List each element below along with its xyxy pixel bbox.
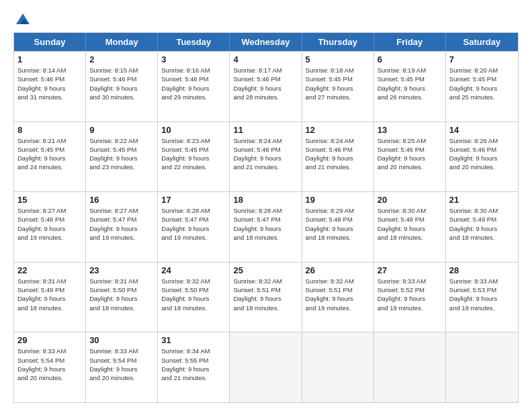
calendar-week-4: 22Sunrise: 8:31 AM Sunset: 5:49 PM Dayli… [14, 262, 518, 332]
calendar-day-18: 18Sunrise: 8:28 AM Sunset: 5:47 PM Dayli… [230, 192, 302, 262]
page: SundayMondayTuesdayWednesdayThursdayFrid… [0, 0, 532, 411]
day-number: 9 [89, 125, 154, 135]
calendar-day-6: 6Sunrise: 8:19 AM Sunset: 5:45 PM Daylig… [374, 52, 446, 122]
day-info: Sunrise: 8:34 AM Sunset: 5:55 PM Dayligh… [161, 347, 226, 382]
day-number: 12 [306, 125, 370, 135]
calendar-day-30: 30Sunrise: 8:33 AM Sunset: 5:54 PM Dayli… [86, 332, 158, 402]
day-number: 15 [17, 195, 82, 205]
weekday-header-wednesday: Wednesday [230, 33, 302, 51]
weekday-header-friday: Friday [374, 33, 446, 51]
day-info: Sunrise: 8:17 AM Sunset: 5:46 PM Dayligh… [233, 66, 298, 101]
calendar-day-16: 16Sunrise: 8:27 AM Sunset: 5:47 PM Dayli… [86, 192, 158, 262]
calendar-day-7: 7Sunrise: 8:20 AM Sunset: 5:45 PM Daylig… [446, 52, 518, 122]
day-info: Sunrise: 8:20 AM Sunset: 5:45 PM Dayligh… [449, 66, 515, 101]
calendar-week-3: 15Sunrise: 8:27 AM Sunset: 5:46 PM Dayli… [14, 191, 518, 262]
day-number: 24 [161, 265, 226, 275]
calendar-day-25: 25Sunrise: 8:32 AM Sunset: 5:51 PM Dayli… [230, 263, 302, 332]
calendar-day-13: 13Sunrise: 8:25 AM Sunset: 5:46 PM Dayli… [374, 122, 446, 192]
day-number: 28 [449, 265, 515, 275]
day-info: Sunrise: 8:33 AM Sunset: 5:54 PM Dayligh… [17, 347, 82, 382]
day-number: 13 [378, 125, 442, 135]
day-info: Sunrise: 8:28 AM Sunset: 5:47 PM Dayligh… [233, 206, 298, 242]
calendar-day-empty [302, 332, 374, 402]
day-info: Sunrise: 8:32 AM Sunset: 5:51 PM Dayligh… [306, 277, 370, 312]
day-info: Sunrise: 8:32 AM Sunset: 5:51 PM Dayligh… [233, 277, 298, 312]
day-info: Sunrise: 8:27 AM Sunset: 5:46 PM Dayligh… [17, 206, 82, 242]
calendar-day-9: 9Sunrise: 8:22 AM Sunset: 5:45 PM Daylig… [86, 122, 158, 192]
calendar-day-5: 5Sunrise: 8:18 AM Sunset: 5:45 PM Daylig… [302, 52, 374, 122]
day-number: 20 [378, 195, 442, 205]
day-info: Sunrise: 8:33 AM Sunset: 5:53 PM Dayligh… [449, 277, 515, 312]
day-number: 14 [449, 125, 515, 135]
weekday-header-monday: Monday [86, 33, 158, 51]
calendar-day-15: 15Sunrise: 8:27 AM Sunset: 5:46 PM Dayli… [14, 192, 86, 262]
day-info: Sunrise: 8:24 AM Sunset: 5:46 PM Dayligh… [306, 136, 370, 172]
weekday-header-tuesday: Tuesday [158, 33, 230, 51]
weekday-header-thursday: Thursday [302, 33, 374, 51]
calendar-day-19: 19Sunrise: 8:29 AM Sunset: 5:48 PM Dayli… [302, 192, 374, 262]
calendar-day-31: 31Sunrise: 8:34 AM Sunset: 5:55 PM Dayli… [158, 332, 230, 402]
day-number: 7 [449, 54, 515, 64]
day-number: 4 [233, 54, 298, 64]
calendar-day-20: 20Sunrise: 8:30 AM Sunset: 5:48 PM Dayli… [374, 192, 446, 262]
day-number: 26 [306, 265, 370, 275]
day-number: 22 [17, 265, 82, 275]
calendar-day-10: 10Sunrise: 8:23 AM Sunset: 5:45 PM Dayli… [158, 122, 230, 192]
calendar-day-23: 23Sunrise: 8:31 AM Sunset: 5:50 PM Dayli… [86, 263, 158, 332]
day-number: 17 [161, 195, 226, 205]
day-info: Sunrise: 8:33 AM Sunset: 5:54 PM Dayligh… [89, 347, 154, 382]
calendar-day-21: 21Sunrise: 8:30 AM Sunset: 5:49 PM Dayli… [446, 192, 518, 262]
day-number: 21 [449, 195, 515, 205]
day-info: Sunrise: 8:15 AM Sunset: 5:46 PM Dayligh… [89, 66, 154, 101]
day-info: Sunrise: 8:19 AM Sunset: 5:45 PM Dayligh… [378, 66, 442, 101]
day-number: 1 [17, 54, 82, 64]
day-info: Sunrise: 8:24 AM Sunset: 5:46 PM Dayligh… [233, 136, 298, 172]
calendar-day-29: 29Sunrise: 8:33 AM Sunset: 5:54 PM Dayli… [14, 332, 86, 402]
day-number: 25 [233, 265, 298, 275]
calendar-day-26: 26Sunrise: 8:32 AM Sunset: 5:51 PM Dayli… [302, 263, 374, 332]
day-info: Sunrise: 8:23 AM Sunset: 5:45 PM Dayligh… [161, 136, 226, 172]
day-info: Sunrise: 8:18 AM Sunset: 5:45 PM Dayligh… [306, 66, 370, 101]
day-number: 19 [306, 195, 370, 205]
calendar-day-27: 27Sunrise: 8:33 AM Sunset: 5:52 PM Dayli… [374, 263, 446, 332]
calendar-week-5: 29Sunrise: 8:33 AM Sunset: 5:54 PM Dayli… [14, 332, 518, 402]
day-number: 6 [378, 54, 442, 64]
calendar-day-28: 28Sunrise: 8:33 AM Sunset: 5:53 PM Dayli… [446, 263, 518, 332]
calendar-day-12: 12Sunrise: 8:24 AM Sunset: 5:46 PM Dayli… [302, 122, 374, 192]
day-number: 23 [89, 265, 154, 275]
calendar-day-24: 24Sunrise: 8:32 AM Sunset: 5:50 PM Dayli… [158, 263, 230, 332]
day-number: 31 [161, 335, 226, 345]
day-number: 30 [89, 335, 154, 345]
day-info: Sunrise: 8:26 AM Sunset: 5:46 PM Dayligh… [449, 136, 515, 172]
day-info: Sunrise: 8:30 AM Sunset: 5:48 PM Dayligh… [378, 206, 442, 242]
day-info: Sunrise: 8:14 AM Sunset: 5:46 PM Dayligh… [17, 66, 82, 101]
calendar: SundayMondayTuesdayWednesdayThursdayFrid… [13, 32, 519, 403]
calendar-day-2: 2Sunrise: 8:15 AM Sunset: 5:46 PM Daylig… [86, 52, 158, 122]
calendar-day-empty [374, 332, 446, 402]
header [13, 12, 519, 26]
logo [13, 12, 31, 26]
day-number: 10 [161, 125, 226, 135]
day-info: Sunrise: 8:31 AM Sunset: 5:49 PM Dayligh… [17, 277, 82, 312]
day-number: 16 [89, 195, 154, 205]
day-number: 5 [306, 54, 370, 64]
day-info: Sunrise: 8:28 AM Sunset: 5:47 PM Dayligh… [161, 206, 226, 242]
day-number: 2 [89, 54, 154, 64]
day-number: 27 [378, 265, 442, 275]
day-info: Sunrise: 8:31 AM Sunset: 5:50 PM Dayligh… [89, 277, 154, 312]
calendar-week-1: 1Sunrise: 8:14 AM Sunset: 5:46 PM Daylig… [14, 51, 518, 122]
calendar-day-empty [230, 332, 302, 402]
day-number: 8 [17, 125, 82, 135]
logo-icon [15, 12, 31, 28]
day-number: 18 [233, 195, 298, 205]
day-info: Sunrise: 8:16 AM Sunset: 5:46 PM Dayligh… [161, 66, 226, 101]
weekday-header-saturday: Saturday [446, 33, 518, 51]
calendar-day-22: 22Sunrise: 8:31 AM Sunset: 5:49 PM Dayli… [14, 263, 86, 332]
calendar-day-1: 1Sunrise: 8:14 AM Sunset: 5:46 PM Daylig… [14, 52, 86, 122]
calendar-day-8: 8Sunrise: 8:21 AM Sunset: 5:45 PM Daylig… [14, 122, 86, 192]
calendar-day-14: 14Sunrise: 8:26 AM Sunset: 5:46 PM Dayli… [446, 122, 518, 192]
day-number: 29 [17, 335, 82, 345]
day-info: Sunrise: 8:27 AM Sunset: 5:47 PM Dayligh… [89, 206, 154, 242]
calendar-body: 1Sunrise: 8:14 AM Sunset: 5:46 PM Daylig… [14, 51, 518, 402]
day-info: Sunrise: 8:25 AM Sunset: 5:46 PM Dayligh… [378, 136, 442, 172]
